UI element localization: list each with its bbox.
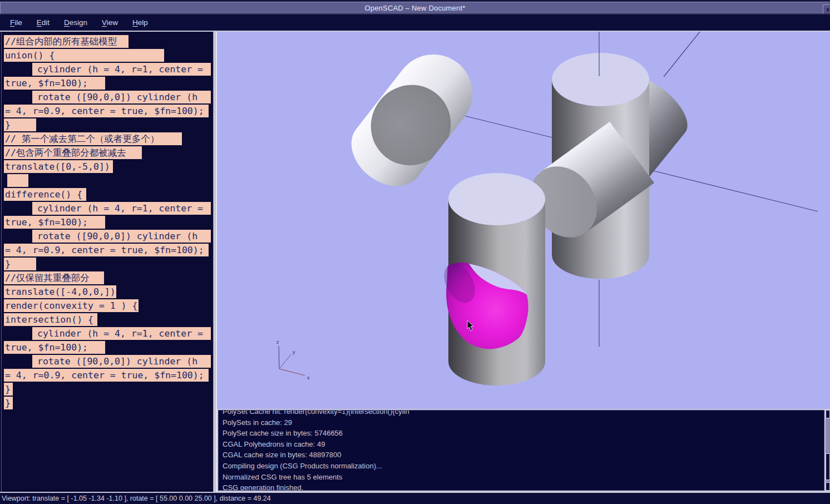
code-line: //仅保留其重叠部分 [2,271,213,285]
code-line: difference() { [2,187,213,201]
console-line: CSG generation finished. [223,482,779,491]
viewport-status-text: Viewport: translate = [ -1.05 -1.34 -1.1… [0,495,271,502]
code-line: rotate ([90,0,0]) cylinder (h [2,90,213,104]
menu-item-help[interactable]: Help [127,17,154,28]
panel-splitter[interactable] [213,32,217,492]
code-line: intersection() { [2,313,213,327]
console-line: PolySet cache size in bytes: 5746656 [223,428,779,439]
y-axis-label: y [293,349,295,355]
scroll-up-icon[interactable] [826,410,830,418]
code-line: } [2,118,213,132]
code-line: translate([-4,0,0,]) [2,285,213,299]
csg-render-canvas: z y x [217,32,830,409]
code-line: cylinder (h = 4, r=1, center = [2,62,213,76]
viewport-3d[interactable]: z y x [217,32,830,409]
code-line: render(convexity = 1 ) { [2,299,213,313]
console-line: Normalized CSG tree has 5 elements [223,472,779,483]
code-line: = 4, r=0.9, center = true, $fn=100); [2,104,213,118]
console-log[interactable]: PolySet Cache hit: render(convexity=1){i… [218,410,824,491]
code-line: true, $fn=100); [2,76,213,90]
title-bar[interactable]: OpenSCAD – New Document* x [0,0,830,14]
z-axis-label: z [276,339,279,345]
axes-indicator: z y x [276,339,310,381]
code-line [2,174,213,187]
console-scrollbar[interactable] [826,410,830,491]
console-line: PolySet Cache hit: render(convexity=1){i… [223,410,779,417]
console-line: CGAL cache size in bytes: 48897800 [223,449,779,461]
code-line: cylinder (h = 4, r=1, center = [2,201,213,215]
code-line: } [2,257,213,271]
difference-solid [438,173,545,386]
code-line: = 4, r=0.9, center = true, $fn=100); [2,243,213,257]
code-line: union() { [2,48,213,62]
code-line: cylinder (h = 4, r=1, center = [2,327,213,340]
console-line: PolySets in cache: 29 [223,417,779,428]
code-line: // 第一个减去第二个（或者更多个） [2,132,213,146]
code-line: rotate ([90,0,0]) cylinder (h [2,229,213,243]
code-line: true, $fn=100); [2,340,213,354]
console-line: Compiling design (CSG Products normaliza… [223,461,779,472]
window-title: OpenSCAD – New Document* [364,4,465,12]
console-line: CGAL Polyhedrons in cache: 49 [223,439,779,450]
close-button[interactable]: x [823,4,830,14]
code-line: rotate ([90,0,0]) cylinder (h [2,354,213,368]
code-line: = 4, r=0.9, center = true, $fn=100); [2,368,213,382]
menu-item-design[interactable]: Design [58,17,93,28]
scroll-down-icon[interactable] [826,482,830,491]
code-line: true, $fn=100); [2,215,213,229]
code-line: //包含两个重叠部分都被减去 [2,146,213,160]
scrollbar-thumb[interactable] [826,453,830,480]
menu-bar: FileEditDesignViewHelp [0,14,830,32]
menu-item-edit[interactable]: Edit [31,17,55,28]
code-line: translate([0,-5,0]) [2,160,213,174]
menu-item-view[interactable]: View [96,17,123,28]
status-bar: Viewport: translate = [ -1.05 -1.34 -1.1… [0,492,830,504]
code-line: //组合内部的所有基础模型 [2,34,213,48]
intersection-solid [338,39,490,201]
openscad-window: OpenSCAD – New Document* x FileEditDesig… [0,0,830,504]
x-axis-label: x [307,375,310,381]
code-line: } [2,382,213,396]
code-line: } [2,396,213,410]
console-frame: PolySet Cache hit: render(convexity=1){i… [217,409,830,492]
editor-code[interactable]: //组合内部的所有基础模型union() {cylinder (h = 4, r… [1,32,213,492]
menu-item-file[interactable]: File [4,17,28,28]
